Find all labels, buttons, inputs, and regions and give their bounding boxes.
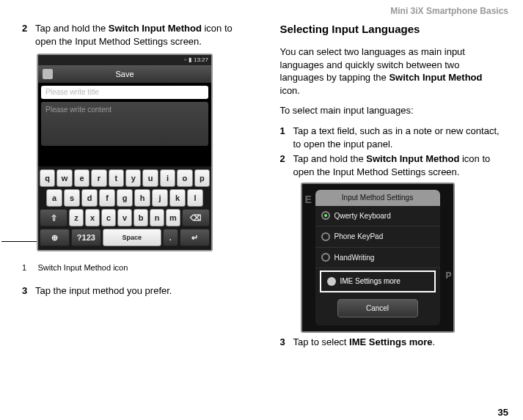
- battery-icon: ▮: [189, 56, 191, 65]
- key-w: w: [56, 169, 72, 187]
- cancel-button: Cancel: [337, 299, 418, 318]
- bg-letter: E: [305, 193, 312, 207]
- left-step-3: 3 Tap the input method you prefer.: [22, 284, 244, 298]
- page-header: Mini 3iX Smartphone Basics: [390, 6, 508, 16]
- screenshot-ime-settings: E P Input Method Settings Qwerty Keyboar…: [301, 183, 455, 333]
- step-number: 3: [280, 336, 293, 349]
- page-number: 35: [498, 407, 508, 418]
- key-row-2: a s d f g h j k l: [40, 189, 210, 207]
- key-space: Space: [103, 229, 161, 246]
- key-row-1: q w e r t y u i o p: [40, 169, 210, 187]
- more-label: IME Settings more: [340, 276, 401, 287]
- key-switch-input-method: ⊕: [40, 229, 70, 246]
- key-a: a: [46, 189, 62, 207]
- ime-settings-more: IME Settings more: [320, 270, 436, 292]
- section-heading: Selecting Input Languages: [280, 22, 502, 37]
- gear-icon: [327, 277, 336, 286]
- screenshot-2-wrap: E P Input Method Settings Qwerty Keyboar…: [301, 183, 502, 333]
- key-p: p: [194, 169, 210, 187]
- key-g: g: [117, 189, 133, 207]
- ime-option-qwerty: Qwerty Keyboard: [315, 206, 440, 227]
- option-label: HandWriting: [334, 253, 375, 263]
- right-step-1: 1 Tap a text field, such as in a note or…: [280, 125, 502, 150]
- key-b: b: [134, 209, 148, 226]
- radio-icon: [321, 232, 330, 241]
- bg-letter: P: [445, 270, 451, 281]
- option-label: Phone KeyPad: [334, 232, 384, 242]
- key-v: v: [117, 209, 132, 226]
- save-bar: Save: [38, 65, 211, 83]
- key-q: q: [40, 169, 55, 187]
- ime-option-handwriting: HandWriting: [315, 248, 440, 269]
- key-u: u: [142, 169, 158, 187]
- radio-icon: [321, 211, 330, 220]
- content-field: Please write content: [41, 102, 208, 146]
- key-i: i: [160, 169, 175, 187]
- text: icon.: [280, 85, 300, 96]
- ime-panel-title: Input Method Settings: [315, 190, 440, 206]
- radio-icon: [321, 253, 330, 262]
- step-text: Tap to select IME Settings more.: [293, 336, 502, 349]
- key-t: t: [109, 169, 124, 187]
- bold-term: Switch Input Method: [109, 23, 202, 34]
- caption-text: Switch Input Method icon: [37, 263, 128, 272]
- bold-term: IME Settings more: [349, 336, 432, 347]
- text: Tap and hold the: [293, 153, 367, 164]
- key-row-4: ⊕ ?123 Space . ↵: [40, 229, 210, 246]
- screenshot-1-wrap: 1 ▫ ▮ 13:27 Save Please write title Plea…: [37, 54, 244, 251]
- key-backspace: ⌫: [182, 209, 210, 226]
- left-step-2: 2 Tap and hold the Switch Input Method i…: [22, 22, 244, 48]
- key-enter: ↵: [180, 229, 210, 246]
- key-f: f: [99, 189, 115, 207]
- key-h: h: [134, 189, 150, 207]
- save-icon: [43, 69, 53, 79]
- onscreen-keyboard: q w e r t y u i o p a s d: [38, 166, 211, 250]
- step-text: Tap and hold the Switch Input Method ico…: [35, 22, 244, 48]
- paragraph-2: To select main input languages:: [280, 104, 502, 117]
- key-c: c: [101, 209, 116, 226]
- content-columns: 2 Tap and hold the Switch Input Method i…: [0, 22, 523, 351]
- key-symbols: ?123: [71, 229, 101, 246]
- key-period: .: [163, 229, 178, 246]
- text: Tap to select: [293, 336, 350, 347]
- left-column: 2 Tap and hold the Switch Input Method i…: [0, 22, 262, 351]
- status-time: 13:27: [194, 56, 208, 65]
- key-s: s: [64, 189, 80, 207]
- key-m: m: [166, 209, 180, 226]
- key-l: l: [187, 189, 203, 207]
- screenshot-keyboard: ▫ ▮ 13:27 Save Please write title Please…: [37, 54, 213, 251]
- key-shift: ⇧: [40, 209, 67, 226]
- step-number: 2: [280, 152, 293, 178]
- text: Tap and hold the: [35, 23, 109, 34]
- step-number: 3: [22, 284, 35, 298]
- key-j: j: [152, 189, 168, 207]
- key-r: r: [91, 169, 106, 187]
- step-text: Tap the input method you prefer.: [35, 284, 244, 298]
- step-number: 2: [22, 22, 35, 48]
- key-k: k: [169, 189, 186, 207]
- right-step-2: 2 Tap and hold the Switch Input Method i…: [280, 152, 502, 178]
- key-o: o: [177, 169, 192, 187]
- key-d: d: [81, 189, 98, 207]
- key-y: y: [125, 169, 141, 187]
- step-number: 1: [280, 125, 293, 150]
- title-field: Please write title: [41, 86, 208, 99]
- right-column: Selecting Input Languages You can select…: [262, 22, 524, 351]
- paragraph-1: You can select two languages as main inp…: [280, 45, 502, 97]
- key-z: z: [69, 209, 84, 226]
- phone-statusbar: ▫ ▮ 13:27: [38, 55, 211, 65]
- step-text: Tap a text field, such as in a note or n…: [293, 125, 502, 150]
- signal-icon: ▫: [184, 56, 186, 65]
- key-x: x: [85, 209, 100, 226]
- right-step-3: 3 Tap to select IME Settings more.: [280, 336, 502, 349]
- option-label: Qwerty Keyboard: [334, 211, 391, 221]
- figure-caption: 1 Switch Input Method icon: [22, 262, 244, 273]
- key-row-3: ⇧ z x c v b n m ⌫: [40, 209, 210, 226]
- key-n: n: [150, 209, 164, 226]
- ime-panel: Input Method Settings Qwerty Keyboard Ph…: [315, 190, 440, 325]
- bold-term: Switch Input Method: [389, 72, 482, 83]
- caption-num: 1: [22, 263, 26, 272]
- text: .: [433, 336, 436, 347]
- ime-option-phonekeypad: Phone KeyPad: [315, 226, 440, 248]
- key-e: e: [74, 169, 89, 187]
